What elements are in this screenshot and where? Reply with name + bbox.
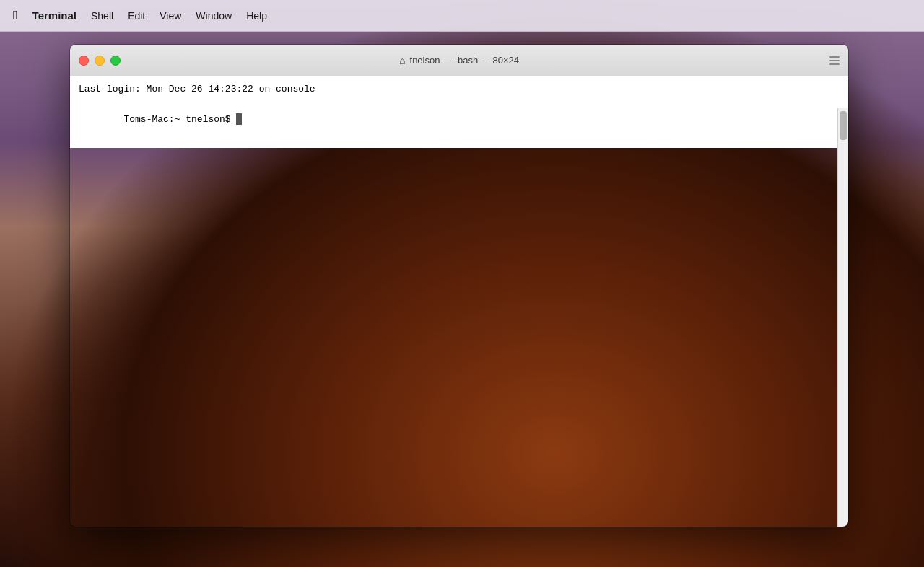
- home-icon: ⌂: [399, 55, 405, 66]
- menubar-terminal[interactable]: Terminal: [25, 6, 84, 25]
- scrollbar-thumb[interactable]: [840, 111, 847, 140]
- title-bar: ⌂ tnelson — -bash — 80×24: [70, 45, 848, 76]
- maximize-button[interactable]: [110, 56, 121, 66]
- menubar-view[interactable]: View: [152, 7, 188, 25]
- terminal-window: ⌂ tnelson — -bash — 80×24 Last login: Mo…: [70, 45, 848, 527]
- svg-rect-1: [829, 60, 840, 61]
- terminal-content[interactable]: Last login: Mon Dec 26 14:23:22 on conso…: [70, 76, 848, 148]
- apple-menu[interactable]: : [6, 5, 25, 26]
- traffic-lights: [79, 56, 121, 66]
- svg-rect-2: [829, 63, 840, 65]
- minimize-button[interactable]: [95, 56, 105, 66]
- menubar-edit[interactable]: Edit: [121, 7, 152, 25]
- menubar-shell[interactable]: Shell: [84, 7, 121, 25]
- terminal-line-2: Toms-Mac:~ tnelson$: [79, 97, 840, 142]
- svg-rect-0: [829, 56, 840, 58]
- menubar:  Terminal Shell Edit View Window Help: [0, 0, 924, 32]
- window-title: ⌂ tnelson — -bash — 80×24: [399, 55, 519, 66]
- window-title-text: tnelson — -bash — 80×24: [410, 55, 519, 66]
- terminal-cursor: [236, 113, 242, 125]
- menubar-window[interactable]: Window: [188, 7, 239, 25]
- terminal-line-1: Last login: Mon Dec 26 14:23:22 on conso…: [79, 82, 840, 97]
- close-button[interactable]: [79, 56, 89, 66]
- menubar-help[interactable]: Help: [239, 7, 274, 25]
- scrollbar-track[interactable]: [837, 108, 848, 527]
- scrollbar-toggle-button[interactable]: [828, 54, 841, 67]
